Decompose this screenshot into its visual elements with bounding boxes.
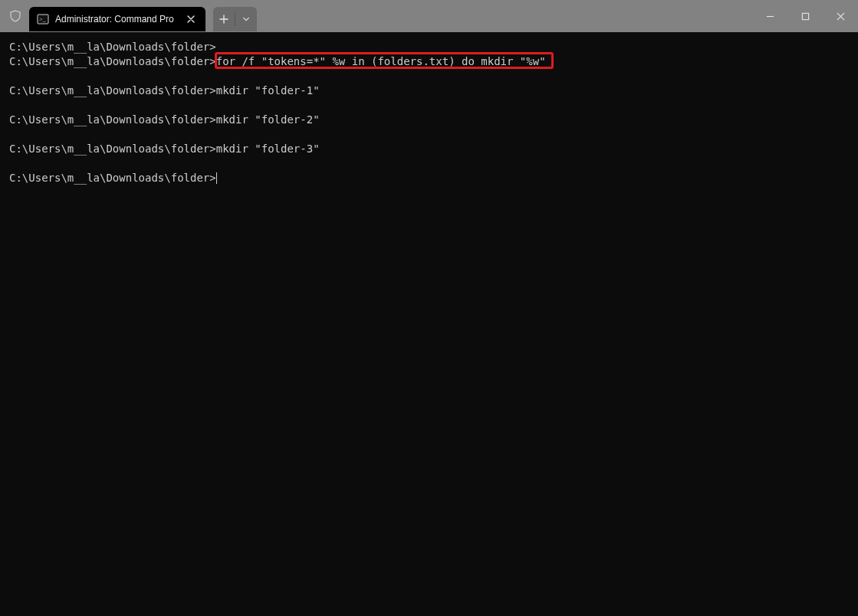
command-text: mkdir "folder-3" [216, 143, 320, 155]
plus-icon [219, 15, 228, 24]
command-text: mkdir "folder-2" [216, 113, 320, 126]
window-close-button[interactable] [823, 0, 858, 32]
titlebar[interactable]: >_ Administrator: Command Pro [0, 0, 858, 32]
terminal-line: C:\Users\m__la\Downloads\folder> [9, 171, 849, 185]
terminal-line [9, 98, 849, 113]
terminal-line [9, 69, 849, 84]
maximize-icon [801, 12, 810, 21]
prompt: C:\Users\m__la\Downloads\folder> [9, 84, 216, 97]
terminal-line: C:\Users\m__la\Downloads\folder> [9, 40, 849, 54]
new-tab-button[interactable] [213, 7, 235, 31]
command-text: for /f "tokens=*" %w in (folders.txt) do… [216, 55, 546, 67]
window-minimize-button[interactable] [752, 0, 787, 32]
svg-text:>_: >_ [39, 16, 47, 23]
terminal-area[interactable]: C:\Users\m__la\Downloads\folder>C:\Users… [0, 32, 858, 616]
admin-shield-area [2, 0, 29, 32]
terminal-line [9, 127, 849, 142]
svg-rect-2 [802, 13, 808, 19]
prompt: C:\Users\m__la\Downloads\folder> [9, 143, 216, 155]
tab-close-button[interactable] [184, 12, 198, 26]
tab-title: Administrator: Command Pro [55, 14, 178, 25]
minimize-icon [766, 12, 774, 21]
prompt: C:\Users\m__la\Downloads\folder> [9, 172, 216, 184]
prompt: C:\Users\m__la\Downloads\folder> [9, 113, 216, 126]
terminal-line: C:\Users\m__la\Downloads\folder>mkdir "f… [9, 113, 849, 127]
chevron-down-icon [242, 15, 250, 23]
shield-icon [9, 10, 21, 22]
command-text: mkdir "folder-1" [216, 84, 320, 97]
terminal-line: C:\Users\m__la\Downloads\folder>for /f "… [9, 54, 849, 69]
cmd-icon: >_ [37, 13, 49, 25]
terminal-line: C:\Users\m__la\Downloads\folder>mkdir "f… [9, 84, 849, 98]
prompt: C:\Users\m__la\Downloads\folder> [9, 55, 216, 67]
window-maximize-button[interactable] [787, 0, 823, 32]
close-icon [187, 15, 195, 23]
prompt: C:\Users\m__la\Downloads\folder> [9, 41, 216, 53]
window-controls [752, 0, 858, 32]
tab-active[interactable]: >_ Administrator: Command Pro [29, 7, 205, 31]
terminal-line [9, 156, 849, 171]
cursor [216, 172, 217, 184]
close-icon [837, 12, 845, 21]
new-tab-dropdown[interactable] [235, 7, 257, 31]
tab-actions [213, 7, 257, 31]
terminal-line: C:\Users\m__la\Downloads\folder>mkdir "f… [9, 142, 849, 156]
